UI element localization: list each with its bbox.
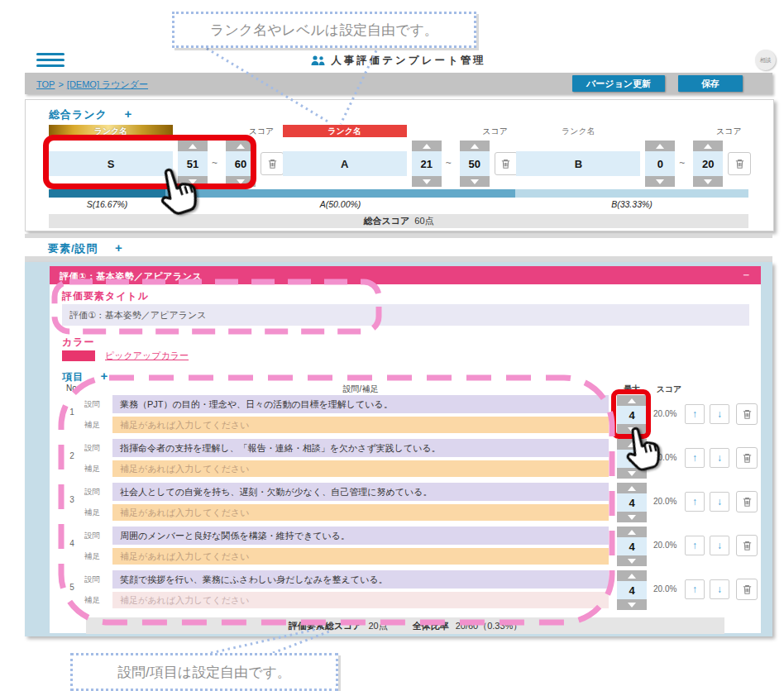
stepper-up-button[interactable] bbox=[617, 570, 647, 581]
add-item-button[interactable]: + bbox=[100, 369, 108, 383]
move-up-button[interactable]: ↑ bbox=[685, 404, 705, 424]
divider bbox=[25, 256, 772, 262]
stepper-up-button[interactable] bbox=[645, 141, 675, 151]
stepper-up-button[interactable] bbox=[226, 141, 256, 151]
stepper-up-button[interactable] bbox=[617, 395, 647, 406]
item-row: 1 設問 補足 業務（PJT）の目的・理念や、日々の活動の目標を理解している。 … bbox=[50, 395, 761, 435]
stepper-down-button[interactable] bbox=[617, 555, 647, 566]
max-score-value[interactable]: 4 bbox=[617, 493, 647, 512]
score-ratio: 20.0% bbox=[653, 497, 676, 506]
page-title: 人事評価テンプレート管理 bbox=[331, 54, 485, 68]
pickup-color-swatch[interactable] bbox=[62, 350, 95, 361]
color-label: カラー bbox=[62, 336, 95, 350]
avatar[interactable]: 相談 bbox=[755, 50, 776, 70]
users-icon bbox=[311, 55, 325, 66]
stepper-down-button[interactable] bbox=[693, 176, 723, 187]
rank-name-input[interactable]: S bbox=[49, 151, 173, 176]
stepper-down-button[interactable] bbox=[617, 424, 647, 435]
stepper-down-button[interactable] bbox=[412, 176, 442, 187]
delete-item-button[interactable] bbox=[736, 535, 758, 556]
move-down-button[interactable]: ↓ bbox=[710, 536, 729, 555]
supplement-input[interactable]: 補足があれば入力してください bbox=[112, 592, 609, 608]
rank-name-chip-s: ランク名 bbox=[49, 125, 173, 137]
item-row: 2 設問 補足 指揮命令者の支持を理解し、「報告・連絡・相談」を欠かさず実践して… bbox=[50, 439, 761, 479]
max-score-value[interactable]: 4 bbox=[617, 581, 647, 599]
rank-min-stepper: 51 bbox=[178, 141, 208, 187]
supplement-input[interactable]: 補足があれば入力してください bbox=[112, 460, 609, 477]
move-down-button[interactable]: ↓ bbox=[710, 492, 729, 512]
max-score-value[interactable]: 4 bbox=[617, 537, 647, 555]
delete-rank-button[interactable] bbox=[495, 152, 518, 175]
element-score-label: 評価要素総スコア bbox=[289, 620, 362, 632]
add-element-button[interactable]: + bbox=[115, 241, 122, 255]
supplement-input[interactable]: 補足があれば入力してください bbox=[112, 417, 609, 433]
question-input[interactable]: 笑顔で挨拶を行い、業務にふさわしい身だしなみを整えている。 bbox=[112, 570, 609, 589]
question-label: 設問 bbox=[84, 399, 100, 410]
stepper-down-button[interactable] bbox=[617, 468, 647, 479]
move-up-button[interactable]: ↑ bbox=[685, 448, 705, 468]
move-down-button[interactable]: ↓ bbox=[710, 404, 729, 424]
collapse-button[interactable]: − bbox=[743, 269, 749, 281]
total-score-strip: 総合スコア 60点 bbox=[49, 214, 748, 228]
delete-item-button[interactable] bbox=[736, 491, 758, 512]
pickup-color-link[interactable]: ピックアップカラー bbox=[105, 350, 189, 362]
question-input[interactable]: 社会人としての自覚を持ち、遅刻・欠勤が少なく、自己管理に努めている。 bbox=[112, 483, 609, 501]
supplement-input[interactable]: 補足があれば入力してください bbox=[112, 548, 609, 565]
stepper-up-button[interactable] bbox=[412, 141, 442, 151]
rank-name-input[interactable]: B bbox=[516, 151, 640, 176]
delete-item-button[interactable] bbox=[736, 403, 758, 425]
save-button[interactable]: 保存 bbox=[678, 75, 743, 92]
stepper-up-button[interactable] bbox=[617, 527, 647, 537]
delete-item-button[interactable] bbox=[736, 447, 758, 469]
callout-text: 設問/項目は設定自由です。 bbox=[117, 663, 291, 682]
delete-item-button[interactable] bbox=[736, 579, 758, 600]
question-input[interactable]: 指揮命令者の支持を理解し、「報告・連絡・相談」を欠かさず実践している。 bbox=[112, 439, 609, 457]
element-section-title: 要素/設問 bbox=[48, 242, 98, 255]
move-down-button[interactable]: ↓ bbox=[710, 448, 729, 468]
element-title-input[interactable]: 評価①：基本姿勢／アピアランス bbox=[62, 304, 749, 326]
rank-max-value[interactable]: 60 bbox=[226, 151, 256, 176]
callout-text: ランク名やレベルは設定自由です。 bbox=[210, 21, 438, 40]
stepper-up-button[interactable] bbox=[617, 439, 647, 450]
stepper-down-button[interactable] bbox=[617, 599, 647, 610]
rank-min-value[interactable]: 21 bbox=[412, 151, 442, 176]
add-rank-button[interactable]: + bbox=[124, 107, 131, 121]
rank-max-value[interactable]: 20 bbox=[693, 151, 723, 176]
supplement-input[interactable]: 補足があれば入力してください bbox=[112, 504, 609, 521]
stepper-up-button[interactable] bbox=[460, 141, 490, 151]
question-label: 設問 bbox=[84, 531, 100, 541]
rank-max-stepper: 20 bbox=[693, 141, 723, 187]
breadcrumb-home-link[interactable]: TOP bbox=[36, 79, 55, 89]
rank-max-value[interactable]: 50 bbox=[460, 151, 490, 176]
rank-min-value[interactable]: 0 bbox=[645, 151, 675, 176]
stepper-up-button[interactable] bbox=[693, 141, 723, 151]
delete-rank-button[interactable] bbox=[261, 152, 284, 175]
question-input[interactable]: 周囲のメンバーと良好な関係を構築・維持できている。 bbox=[112, 527, 609, 545]
question-input[interactable]: 業務（PJT）の目的・理念や、日々の活動の目標を理解している。 bbox=[112, 395, 609, 413]
stepper-down-button[interactable] bbox=[460, 176, 490, 187]
max-score-value[interactable]: 4 bbox=[617, 450, 647, 468]
rank-name-chip-a: ランク名 bbox=[283, 125, 407, 137]
stepper-down-button[interactable] bbox=[226, 176, 256, 187]
delete-rank-button[interactable] bbox=[728, 152, 751, 175]
rank-min-value[interactable]: 51 bbox=[178, 151, 208, 176]
move-down-button[interactable]: ↓ bbox=[710, 579, 729, 599]
stepper-down-button[interactable] bbox=[645, 176, 675, 187]
stepper-down-button[interactable] bbox=[178, 176, 208, 187]
breadcrumb-current-link[interactable]: [DEMO] ラウンダー bbox=[67, 79, 148, 89]
max-score-stepper: 4 bbox=[617, 483, 647, 522]
move-up-button[interactable]: ↑ bbox=[685, 579, 705, 599]
ratio-value: 20/60（0.33%） bbox=[456, 620, 523, 632]
stepper-down-button[interactable] bbox=[617, 512, 647, 522]
move-up-button[interactable]: ↑ bbox=[685, 536, 705, 555]
move-up-button[interactable]: ↑ bbox=[685, 492, 705, 512]
stepper-up-button[interactable] bbox=[178, 141, 208, 151]
rank-name-input[interactable]: A bbox=[283, 151, 407, 176]
rank-section-title: 総合ランク bbox=[49, 108, 108, 121]
stepper-up-button[interactable] bbox=[617, 483, 647, 493]
item-row: 5 設問 補足 笑顔で挨拶を行い、業務にふさわしい身だしなみを整えている。 補足… bbox=[50, 570, 761, 610]
breadcrumb: TOP>[DEMO] ラウンダー bbox=[36, 79, 148, 91]
version-update-button[interactable]: バージョン更新 bbox=[572, 75, 665, 92]
supplement-label: 補足 bbox=[84, 508, 100, 518]
max-score-value[interactable]: 4 bbox=[617, 406, 647, 424]
